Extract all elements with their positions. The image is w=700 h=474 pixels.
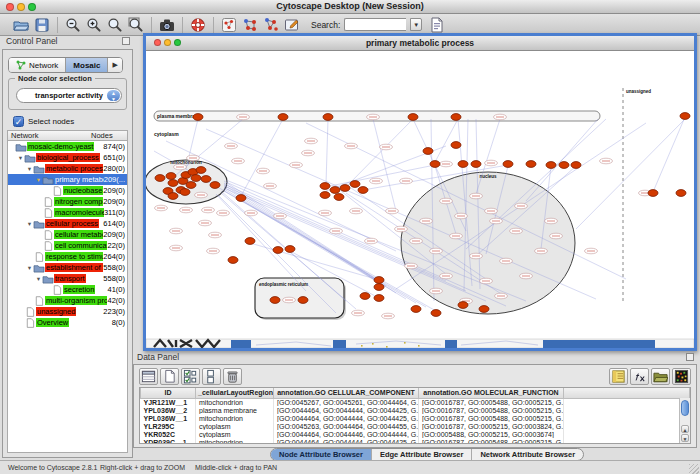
network-node[interactable] <box>358 187 368 194</box>
network-node[interactable] <box>451 142 461 149</box>
resize-grip[interactable] <box>689 464 699 474</box>
network-view-2-icon[interactable] <box>262 16 280 33</box>
annotation-icon[interactable] <box>283 16 301 33</box>
tree-row-multi-organism-pro[interactable]: multi-organism pro42(0) <box>8 295 127 306</box>
select-attributes-icon[interactable] <box>181 368 200 385</box>
network-node[interactable] <box>245 238 255 245</box>
zoom-out-icon[interactable] <box>64 16 82 33</box>
delete-attribute-icon[interactable] <box>223 368 242 385</box>
search-dropdown-button[interactable]: ▼ <box>410 18 422 31</box>
network-node[interactable] <box>559 162 569 169</box>
scroll-down-button[interactable]: ▼ <box>681 434 689 442</box>
table-cell[interactable]: YKR052C <box>141 430 196 438</box>
network-node[interactable] <box>458 302 468 309</box>
label-pad-icon[interactable] <box>609 368 628 385</box>
table-row[interactable]: YDR039C__1mitochondrion[GO:0044464, GO:0… <box>141 438 690 444</box>
network-node[interactable] <box>479 306 489 313</box>
tree-expand-icon[interactable]: ▼ <box>35 276 42 282</box>
matrix-icon[interactable] <box>672 368 691 385</box>
unselect-attributes-icon[interactable] <box>202 368 221 385</box>
tab-mosaic[interactable]: Mosaic <box>66 58 108 72</box>
network-node[interactable] <box>350 181 360 188</box>
network-node[interactable] <box>270 297 280 304</box>
network-node[interactable] <box>186 182 196 189</box>
table-cell[interactable]: [GO:0044464, GO:0044446, GO:0044444, G..… <box>274 430 419 438</box>
attribute-browser-doc-icon[interactable] <box>428 16 446 33</box>
table-cell[interactable]: YLR295C <box>141 422 196 430</box>
table-cell[interactable]: [GO:0016787, GO:0005488, GO:0005215, G..… <box>419 414 564 422</box>
formula-fx-icon[interactable] <box>630 368 649 385</box>
network-node[interactable] <box>430 161 440 168</box>
tree-row-primary-metabo[interactable]: ▼primary metabo209(... <box>8 174 127 185</box>
zoom-fit-icon[interactable] <box>127 16 145 33</box>
network-node[interactable] <box>458 161 468 168</box>
table-cell[interactable]: [GO:0044464, GO:0044444, GO:0044425, G..… <box>274 406 419 414</box>
network-node[interactable] <box>411 306 421 313</box>
tree-row-transport[interactable]: ▼transport558(0) <box>8 273 127 284</box>
select-nodes-checkbox[interactable]: ✓ <box>13 116 24 127</box>
help-lifebuoy-icon[interactable] <box>189 16 207 33</box>
network-node[interactable] <box>340 185 350 192</box>
network-node[interactable] <box>374 284 384 291</box>
tree-row-establishment-of-lo[interactable]: ▼establishment of lo558(0) <box>8 262 127 273</box>
table-row[interactable]: YPL036W__1mitochondrion[GO:0044464, GO:0… <box>141 414 690 422</box>
network-node[interactable] <box>320 183 330 190</box>
tree-row-nucleobase-[interactable]: nucleobase-209(0) <box>8 185 127 196</box>
zoom-selected-icon[interactable] <box>106 16 124 33</box>
tab-network[interactable]: Network <box>9 58 66 72</box>
tree-row-cellular-metabo[interactable]: cellular metabo209(0) <box>8 229 127 240</box>
column-header[interactable]: _cellularLayoutRegion <box>196 388 274 398</box>
tree-row-nitrogen-compo[interactable]: nitrogen compo209(0) <box>8 196 127 207</box>
table-scrollbar[interactable]: ▲ ▼ <box>679 398 690 443</box>
network-node[interactable] <box>503 161 513 168</box>
table-row[interactable]: YLR295Ccytoplasm[GO:0045263, GO:0044464,… <box>141 422 690 430</box>
network-node[interactable] <box>155 175 165 182</box>
network-node[interactable] <box>285 246 295 253</box>
tree-row-secretion[interactable]: secretion41(0) <box>8 284 127 295</box>
scroll-up-button[interactable]: ▲ <box>681 425 689 433</box>
attribute-table-icon[interactable] <box>139 368 158 385</box>
tree-row-macromolecule[interactable]: macromolecule311(0) <box>8 207 127 218</box>
table-cell[interactable]: cytoplasm <box>196 430 274 438</box>
network-node[interactable] <box>676 190 686 197</box>
scrollbar-thumb[interactable] <box>681 400 689 416</box>
network-node[interactable] <box>320 192 330 199</box>
tree-row-overview[interactable]: Overview8(0) <box>8 317 127 328</box>
tree-row-mosaic-demo-yeast[interactable]: mosaic-demo-yeast874(0) <box>8 141 127 152</box>
table-cell[interactable]: [GO:0016787, GO:0005488, GO:0005215, G..… <box>419 406 564 414</box>
network-node[interactable] <box>546 162 556 169</box>
table-cell[interactable]: mitochondrion <box>196 438 274 444</box>
open-folder-icon[interactable] <box>12 16 30 33</box>
network-node[interactable] <box>431 310 441 317</box>
table-cell[interactable]: YJR121W__1 <box>141 398 196 406</box>
vizmapper-icon[interactable] <box>220 16 238 33</box>
zoom-in-icon[interactable] <box>85 16 103 33</box>
network-node[interactable] <box>273 247 283 254</box>
network-node[interactable] <box>680 113 690 120</box>
table-cell[interactable]: cytoplasm <box>196 422 274 430</box>
tree-row-metabolic-process[interactable]: ▼metabolic process280(0) <box>8 163 127 174</box>
tab-edge-attribute-browser[interactable]: Edge Attribute Browser <box>372 449 472 460</box>
network-node[interactable] <box>210 182 220 189</box>
network-node[interactable] <box>571 162 581 169</box>
network-node[interactable] <box>648 190 658 197</box>
network-node[interactable] <box>168 180 178 187</box>
network-node[interactable] <box>236 195 246 202</box>
table-cell[interactable]: [GO:0044464, GO:0044444, GO:0044425, G..… <box>274 438 419 444</box>
network-node[interactable] <box>193 114 203 121</box>
network-node[interactable] <box>471 161 481 168</box>
table-cell[interactable]: [GO:0044464, GO:0044444, GO:0044425, G..… <box>274 414 419 422</box>
network-node[interactable] <box>191 175 201 182</box>
network-node[interactable] <box>278 114 288 121</box>
network-node[interactable] <box>298 297 308 304</box>
table-cell[interactable]: [GO:0016787, GO:0005215, GO:0003824, G..… <box>419 422 564 430</box>
tree-row-response-to-stimulu[interactable]: response to stimulu264(0) <box>8 251 127 262</box>
network-node[interactable] <box>360 293 370 300</box>
network-node[interactable] <box>526 161 536 168</box>
tree-row-unassigned[interactable]: unassigned223(0) <box>8 306 127 317</box>
table-cell[interactable]: YPL036W__1 <box>141 414 196 422</box>
tab-node-attribute-browser[interactable]: Node Attribute Browser <box>271 449 372 460</box>
snapshot-camera-icon[interactable] <box>158 16 176 33</box>
node-color-dropdown[interactable]: transporter activity ▲▼ <box>16 88 122 103</box>
table-cell[interactable]: mitochondrion <box>196 414 274 422</box>
